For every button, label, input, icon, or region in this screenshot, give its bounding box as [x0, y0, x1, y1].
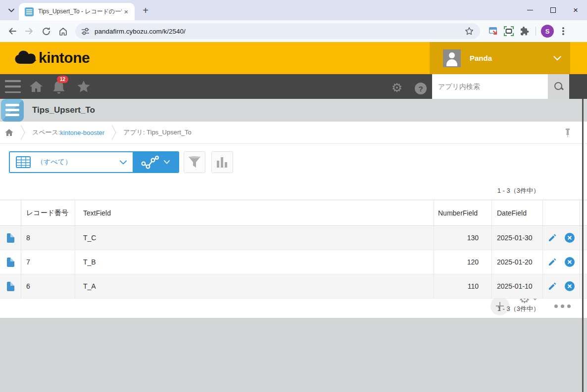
- more-options-button[interactable]: [554, 297, 571, 315]
- pagination-bottom: 1 - 3（3件中）: [497, 305, 539, 313]
- cell-datefield: 2025-01-10: [492, 274, 543, 298]
- settings-button[interactable]: ⚙: [389, 80, 405, 95]
- new-tab-button[interactable]: +: [139, 4, 152, 17]
- tab-title: Tips_Upsert_To - レコードの一覧: [38, 7, 122, 16]
- chart-button[interactable]: [211, 151, 233, 173]
- breadcrumb-separator-icon: [20, 125, 25, 140]
- filter-button[interactable]: [184, 151, 205, 173]
- extensions-puzzle-button[interactable]: [517, 23, 533, 39]
- reload-icon: [42, 27, 51, 36]
- view-toolbar: （すべて） ⚙: [0, 144, 587, 180]
- url-bar[interactable]: pandafirm.cybozu.com/k/2540/: [75, 23, 480, 39]
- minimize-icon: [527, 10, 533, 11]
- star-icon: [77, 80, 91, 93]
- chevron-down-icon: [164, 160, 170, 164]
- scrollbar[interactable]: [582, 99, 584, 392]
- header-record-number[interactable]: レコード番号: [21, 200, 75, 225]
- cell-datefield: 2025-01-30: [492, 226, 543, 250]
- breadcrumb-separator-icon: [111, 125, 116, 140]
- window-close-button[interactable]: ×: [564, 0, 587, 20]
- tab-close-icon[interactable]: ×: [122, 7, 131, 16]
- view-dropdown[interactable]: （すべて）: [10, 152, 133, 172]
- forward-button[interactable]: [21, 23, 38, 40]
- header-filler-cell: [580, 200, 587, 225]
- breadcrumb-space-link[interactable]: kintone-booster: [60, 129, 105, 136]
- edit-record-icon[interactable]: [548, 282, 557, 291]
- app-title: Tips_Upsert_To: [32, 105, 95, 115]
- browser-tab[interactable]: Tips_Upsert_To - レコードの一覧 ×: [19, 3, 135, 20]
- hamburger-menu-button[interactable]: [5, 80, 21, 93]
- site-settings-icon: [81, 28, 90, 35]
- notifications-button[interactable]: 12: [51, 78, 69, 97]
- pin-icon[interactable]: [564, 128, 571, 138]
- cell-textfield: T_B: [75, 250, 434, 274]
- delete-record-icon[interactable]: [565, 257, 575, 267]
- extension-area: S: [485, 23, 571, 39]
- browser-profile-avatar[interactable]: S: [541, 25, 554, 38]
- browser-menu-button[interactable]: [556, 23, 571, 39]
- record-table: レコード番号 TextField NumberField DateField 8…: [0, 200, 587, 299]
- tab-search-button[interactable]: [5, 4, 18, 17]
- app-search-input[interactable]: [432, 74, 548, 99]
- window-maximize-button[interactable]: [541, 0, 564, 20]
- pagination-top: 1 - 3（3件中）: [497, 186, 539, 195]
- breadcrumb-space-prefix: スペース:: [32, 128, 60, 137]
- favorites-button[interactable]: [76, 79, 92, 94]
- record-detail-icon[interactable]: [7, 282, 14, 291]
- breadcrumb-app-crumb: アプリ: Tips_Upsert_To: [123, 128, 192, 137]
- app-icon[interactable]: [1, 99, 24, 122]
- reload-button[interactable]: [38, 23, 54, 40]
- edit-record-icon[interactable]: [548, 258, 557, 266]
- gear-icon: ⚙: [391, 82, 402, 94]
- header-textfield[interactable]: TextField: [75, 200, 434, 225]
- page-footer: [0, 318, 587, 392]
- edit-record-icon[interactable]: [548, 233, 557, 242]
- help-button[interactable]: ?: [413, 81, 429, 96]
- record-detail-icon[interactable]: [7, 258, 14, 267]
- graph-icon: [141, 155, 159, 169]
- funnel-icon: [188, 156, 201, 169]
- notification-badge: 12: [57, 76, 68, 83]
- home-icon: [58, 27, 68, 36]
- back-button[interactable]: [4, 23, 21, 40]
- record-detail-icon[interactable]: [7, 233, 14, 243]
- screenshot-extension-button[interactable]: [501, 23, 517, 39]
- bar-chart-icon: [216, 156, 228, 168]
- cell-record-number: 7: [21, 250, 75, 274]
- browser-tabstrip: Tips_Upsert_To - レコードの一覧 × + ×: [0, 0, 587, 20]
- kintone-logo[interactable]: kintone: [14, 49, 90, 66]
- header-datefield[interactable]: DateField: [492, 200, 543, 225]
- cell-textfield: T_A: [75, 274, 434, 298]
- extension-panel-button[interactable]: [485, 23, 501, 39]
- delete-record-icon[interactable]: [565, 281, 575, 291]
- view-selector: （すべて）: [9, 151, 179, 173]
- header-actions-cell: [543, 200, 580, 225]
- user-avatar-icon: [443, 49, 461, 67]
- app-search-button[interactable]: [548, 74, 569, 99]
- search-icon: [554, 82, 564, 91]
- help-icon: ?: [415, 83, 427, 94]
- view-name: （すべて）: [37, 158, 120, 167]
- star-outline-icon: [465, 27, 474, 36]
- delete-record-icon[interactable]: [565, 233, 575, 243]
- app-search: [432, 74, 569, 99]
- header-numberfield[interactable]: NumberField: [434, 200, 492, 225]
- breadcrumb-home-button[interactable]: [5, 129, 13, 136]
- table-header-row: レコード番号 TextField NumberField DateField: [0, 200, 587, 226]
- home-icon: [5, 129, 13, 136]
- window-minimize-button[interactable]: [519, 0, 541, 20]
- graph-view-dropdown[interactable]: [133, 152, 178, 172]
- cell-record-number: 8: [21, 226, 75, 250]
- home-button[interactable]: [54, 23, 71, 40]
- kintone-cloud-icon: [14, 50, 37, 66]
- portal-home-button[interactable]: [28, 79, 44, 94]
- table-row: 7 T_B 120 2025-01-20: [0, 250, 587, 274]
- bookmark-star-button[interactable]: [461, 23, 477, 39]
- cell-datefield: 2025-01-20: [492, 250, 543, 274]
- cell-record-number: 6: [21, 274, 75, 298]
- cell-numberfield: 130: [434, 226, 492, 250]
- user-menu[interactable]: Panda: [430, 42, 570, 74]
- toolbar-divider: [536, 27, 536, 36]
- window-controls: ×: [519, 0, 587, 20]
- puzzle-icon: [520, 26, 530, 36]
